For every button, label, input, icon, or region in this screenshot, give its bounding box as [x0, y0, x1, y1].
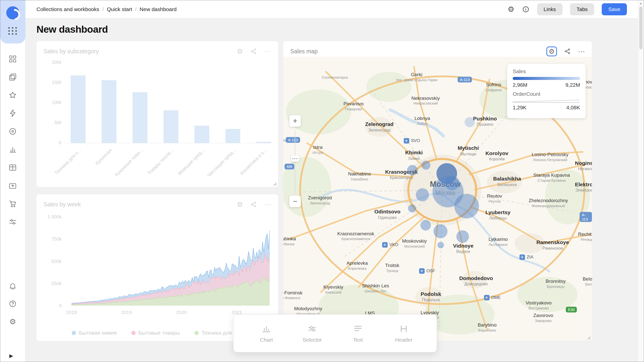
- help-icon[interactable]: [8, 299, 18, 309]
- map-place-label: LytkarinoЛыткарино: [489, 236, 508, 247]
- bar[interactable]: [133, 92, 147, 143]
- add-chart-button[interactable]: Chart: [248, 324, 285, 343]
- resize-grip[interactable]: [587, 336, 590, 339]
- map-place-label: ElektrostalЭлектросталь: [575, 181, 592, 193]
- notifications-bell-icon[interactable]: [8, 281, 18, 291]
- sidebar-item-editor[interactable]: [8, 108, 18, 118]
- map-place-label: MytischiМытищи: [458, 145, 479, 156]
- datalens-logo[interactable]: [6, 6, 19, 19]
- more-icon[interactable]: ⋯: [578, 48, 585, 55]
- widget-sales-map: Sales map ⚙ ⋯: [283, 41, 592, 341]
- x-tick: Товары после...: [146, 148, 175, 176]
- page-scrollbar[interactable]: ▲: [638, 1, 643, 361]
- links-button[interactable]: Links: [537, 3, 562, 15]
- sidebar-item-charts[interactable]: [8, 144, 18, 154]
- sidebar-item-market[interactable]: [8, 199, 18, 209]
- map-place-label: Gorkiпос. дома отдыха Горки: [396, 72, 437, 82]
- map-place-label: BarybinoБарыбино: [478, 322, 497, 333]
- map-canvas[interactable]: СолнечногорскGorkiпос. дома отдыха Горки…: [283, 57, 592, 341]
- map-bubble[interactable]: [456, 230, 469, 243]
- bar[interactable]: [256, 142, 271, 143]
- map-place-label: MoskovskiyМосковский: [402, 238, 427, 249]
- share-icon[interactable]: [250, 201, 257, 208]
- gear-icon[interactable]: ⚙: [549, 48, 555, 55]
- bar[interactable]: [225, 129, 240, 143]
- road-shield-badge: E30: [566, 307, 577, 312]
- map-bubble[interactable]: [433, 224, 448, 238]
- zoom-out-button[interactable]: −: [289, 196, 301, 207]
- bar[interactable]: [164, 110, 178, 143]
- sidebar-collapse-button[interactable]: ▶: [9, 353, 13, 359]
- map-bubble[interactable]: [465, 117, 475, 127]
- sales-max: 9,22M: [566, 82, 580, 88]
- gear-icon[interactable]: ⚙: [237, 48, 243, 55]
- map-place-label: Naro-FominskНаро-Фоминск: [283, 290, 302, 301]
- breadcrumb-separator: /: [135, 6, 137, 12]
- bar[interactable]: [71, 75, 86, 143]
- zoom-in-button[interactable]: +: [289, 115, 301, 127]
- map-bubble[interactable]: [407, 165, 418, 175]
- breadcrumb-quick-start[interactable]: Quick start: [107, 6, 132, 12]
- bar[interactable]: [102, 80, 116, 143]
- scroll-up-arrow[interactable]: ▲: [638, 1, 643, 6]
- sidebar-item-tables[interactable]: [8, 162, 18, 172]
- airport-marker: ✈OSF: [419, 268, 435, 274]
- settings-gear-icon[interactable]: ⚙: [8, 317, 18, 327]
- chart-legend: Бытовая химияБытовые товарыТехника для: [72, 330, 232, 336]
- topbar-actions: ⚙ Links Tabs Save: [508, 3, 627, 15]
- sidebar-item-flows[interactable]: [8, 217, 18, 227]
- resize-grip[interactable]: [273, 182, 276, 186]
- dashboard-settings-gear-icon[interactable]: ⚙: [508, 6, 514, 13]
- legend-item[interactable]: Техника для: [194, 330, 232, 336]
- map-legend-card: Sales 2,96M 9,22M OrderCount 1,29K 4,08K: [507, 64, 586, 118]
- zoom-slider-handle[interactable]: ●●●: [291, 155, 299, 162]
- gear-icon[interactable]: ⚙: [237, 201, 243, 208]
- share-icon[interactable]: [564, 48, 571, 55]
- ordercount-max: 4,08K: [566, 105, 580, 111]
- map-bubble[interactable]: [437, 242, 444, 248]
- map-place-label: DomodedovoДомодедово: [459, 275, 493, 287]
- save-button[interactable]: Save: [602, 3, 627, 15]
- sidebar-item-files[interactable]: [8, 180, 18, 191]
- x-tick: Чистящие сред...: [206, 148, 237, 178]
- breadcrumb-current: New dashboard: [140, 6, 177, 12]
- bar[interactable]: [194, 126, 209, 143]
- sidebar-item-dashboards[interactable]: [8, 54, 18, 64]
- map-bubble[interactable]: [416, 188, 429, 201]
- plane-icon: ✈: [404, 138, 409, 144]
- add-chart-label: Chart: [260, 337, 273, 343]
- map-place-label: Staraya KupavnaСтарая Купавна: [533, 172, 570, 183]
- map-bubble[interactable]: [454, 194, 479, 218]
- info-icon[interactable]: [522, 6, 530, 13]
- airport-marker: ✈ZIA: [519, 254, 533, 260]
- scrollbar-thumb[interactable]: [639, 7, 642, 49]
- sidebar-item-services[interactable]: [8, 126, 18, 136]
- tabs-button[interactable]: Tabs: [570, 3, 594, 15]
- apps-grid-icon[interactable]: [8, 26, 18, 36]
- sidebar-nav: [0, 54, 25, 227]
- share-icon[interactable]: [250, 48, 257, 55]
- topbar: Collections and workbooks / Quick start …: [25, 0, 638, 18]
- ordercount-size-wedge: [513, 100, 580, 103]
- sidebar-item-collections[interactable]: [8, 72, 18, 82]
- more-icon[interactable]: ⋯: [264, 48, 271, 55]
- map-place-label: ReutovРеутов: [487, 193, 502, 204]
- add-text-button[interactable]: Text: [339, 324, 377, 343]
- map-place-label: AprelevkaАпрелевка: [347, 260, 368, 271]
- add-selector-button[interactable]: Selector: [293, 324, 331, 343]
- airport-marker: ✈DME: [484, 295, 501, 300]
- legend-item[interactable]: Бытовая химия: [72, 330, 117, 336]
- map-bubble[interactable]: [420, 220, 431, 231]
- sidebar-logo-area: [0, 0, 25, 43]
- more-icon[interactable]: ⋯: [264, 201, 271, 208]
- map-bubble[interactable]: [408, 204, 416, 212]
- legend-item[interactable]: Бытовые товары: [131, 330, 180, 336]
- add-header-button[interactable]: Header: [385, 324, 423, 343]
- map-place-label: VidnoyeВидное: [453, 243, 473, 254]
- zoom-slider-track[interactable]: [295, 130, 295, 195]
- x-tick: Косметика и з...: [239, 148, 268, 176]
- header-icon: [399, 324, 409, 334]
- map-bubble[interactable]: [421, 161, 430, 170]
- sidebar-item-favorites[interactable]: [8, 90, 18, 100]
- breadcrumb-collections[interactable]: Collections and workbooks: [36, 6, 99, 12]
